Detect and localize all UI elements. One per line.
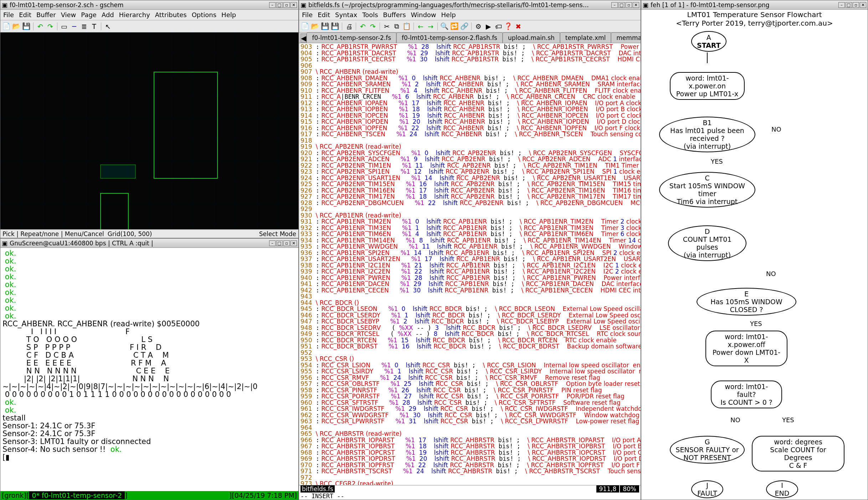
new-file-icon[interactable]: 📄 [301,22,310,31]
menu-buffers[interactable]: Buffers [383,11,406,19]
schematic-canvas[interactable] [0,32,298,229]
flow-label-no: NO [766,270,776,277]
app-icon: ▣ [643,1,648,9]
flowchart-image[interactable]: LMT01 Temperature Sensor Flowchart <Terr… [641,10,868,500]
add-net-icon[interactable]: ─ [70,22,79,31]
menu-help[interactable]: Help [221,11,236,19]
terminal-title: GnuScreen@cuaU1:460800 bps | CTRL A :qui… [7,240,268,247]
menu-page[interactable]: Page [81,11,97,19]
print-icon[interactable]: 🖨 [344,22,354,31]
tmux-active-window[interactable]: 0* f0-lmt01-temp-sensor-2 [29,491,125,499]
gschem-titlebar[interactable]: ▣ f0-lmt01-temp-sensor-2.sch - gschem – … [0,0,298,10]
find-icon[interactable]: 🔍 [440,22,449,31]
close-icon[interactable]: ✕ [291,240,297,246]
menu-window[interactable]: Window [411,11,436,19]
open-file-icon[interactable]: 📂 [12,22,21,31]
maximize-icon[interactable]: □ [276,240,283,246]
terminal-window: ▣ GnuScreen@cuaU1:460800 bps | CTRL A :q… [0,238,299,500]
restore-icon[interactable]: ▫ [853,2,859,8]
editor-tabstrip: ◀ f0-lmt01-temp-sensor-2.fsf0-lmt01-temp… [299,32,641,43]
menu-add[interactable]: Add [102,11,114,19]
separator [437,22,438,30]
link-icon[interactable]: 🔗 [460,22,469,31]
close-icon[interactable]: ✕ [291,2,297,8]
tmux-host: [gronk][ [2,491,29,499]
maximize-icon[interactable]: □ [618,2,625,8]
maximize-icon[interactable]: □ [846,2,852,8]
status-mode: Select Mode [259,230,296,238]
menu-edit[interactable]: Edit [318,11,330,19]
restore-icon[interactable]: ▫ [626,2,632,8]
flow-label-yes: YES [782,416,794,424]
pointer-icon[interactable]: ↖ [103,22,113,31]
terminal-titlebar[interactable]: ▣ GnuScreen@cuaU1:460800 bps | CTRL A :q… [0,239,298,248]
editor-titlebar[interactable]: ▣ bitfields.fs (~/projects/programming-l… [299,0,641,10]
window-title: f0-lmt01-temp-sensor-2.sch - gschem [7,1,268,9]
menu-options[interactable]: Options [192,11,216,19]
flow-node-end: IEND [766,480,798,498]
forward-icon[interactable]: → [426,22,435,31]
make-icon[interactable]: ⚙ [474,22,483,31]
menu-help[interactable]: Help [441,11,456,19]
add-component-icon[interactable]: ▭ [60,22,69,31]
editor-menubar: FileEditSyntaxToolsBuffersWindowHelp [299,10,641,20]
menu-edit[interactable]: Edit [19,11,31,19]
tag-icon[interactable]: 🏷 [494,22,503,31]
menu-view[interactable]: View [61,11,76,19]
paste-icon[interactable]: 📋 [402,22,411,31]
tab-upload-main-sh[interactable]: upload.main.sh [503,32,560,43]
undo-icon[interactable]: ↶ [358,22,368,31]
replace-icon[interactable]: 🔁 [450,22,459,31]
cut-icon[interactable]: ✂ [382,22,391,31]
separator [342,22,342,30]
redo-icon[interactable]: ↷ [46,22,55,31]
ic-outline [154,72,218,179]
copy-icon[interactable]: ⧉ [392,22,401,31]
ic-outline [100,164,136,179]
new-file-icon[interactable]: 📄 [2,22,11,31]
editor-code-area[interactable]: 903 : RCC_APB1RSTR_PWRRST %1 28 lshift R… [299,43,641,485]
maximize-icon[interactable]: □ [276,2,283,8]
minimize-icon[interactable]: – [838,2,845,8]
undo-icon[interactable]: ↶ [36,22,45,31]
shell-icon[interactable]: ▶ [484,22,493,31]
add-text-icon[interactable]: T [89,22,99,31]
tab-template-xml[interactable]: template.xml [560,32,611,43]
menu-tools[interactable]: Tools [362,11,378,19]
close-icon[interactable]: ✕ [860,2,866,8]
save-file-icon[interactable]: 💾 [22,22,31,31]
redo-icon[interactable]: ↷ [368,22,377,31]
tab-scroll-left[interactable]: ◀ [301,34,307,43]
menu-hierarchy[interactable]: Hierarchy [119,11,150,19]
help-icon[interactable]: ❓ [504,22,513,31]
minimize-icon[interactable]: – [611,2,618,8]
add-bus-icon[interactable]: ≣ [79,22,89,31]
menu-file[interactable]: File [302,11,313,19]
stop-icon[interactable]: ✖ [514,22,523,31]
tab-memmap-fs[interactable]: memmap.fs [611,32,641,43]
menu-syntax[interactable]: Syntax [335,11,357,19]
minimize-icon[interactable]: – [269,2,276,8]
app-icon: ▣ [301,1,306,9]
minimize-icon[interactable]: – [269,240,276,246]
open-file-icon[interactable]: 📂 [310,22,320,31]
vim-mode: -- INSERT -- [299,493,641,500]
menu-attributes[interactable]: Attributes [155,11,187,19]
tab-f0-lmt01-temp-sensor-2-fs[interactable]: f0-lmt01-temp-sensor-2.fs [307,32,396,43]
status-grid: Grid(100, 500) [108,230,152,238]
separator [57,22,57,30]
save-file-icon[interactable]: 💾 [320,22,330,31]
back-icon[interactable]: ← [416,22,425,31]
feh-titlebar[interactable]: ▣ feh [1 of 1] - f0-lmt01-temp-sensor.pn… [641,0,868,10]
menu-buffer[interactable]: Buffer [36,11,56,19]
save-all-icon[interactable]: 💾 [330,22,340,31]
flow-node-start-window: C Start 105mS WINDOW timer Tim6 via inte… [659,172,755,208]
close-icon[interactable]: ✕ [633,2,639,8]
restore-icon[interactable]: ▫ [283,2,290,8]
restore-icon[interactable]: ▫ [283,240,290,246]
terminal-output[interactable]: ok. ok. ok. ok. ok. ok. ok. ok. ok.RCC_A… [0,248,298,491]
vim-position: 911,8 [596,485,620,493]
menu-file[interactable]: File [3,11,14,19]
flow-node-window-closed: E Has 105mS WINDOW CLOSED ? [697,288,796,316]
tab-f0-lmt01-temp-sensor-2-flash-fs[interactable]: f0-lmt01-temp-sensor-2.flash.fs [396,32,503,43]
